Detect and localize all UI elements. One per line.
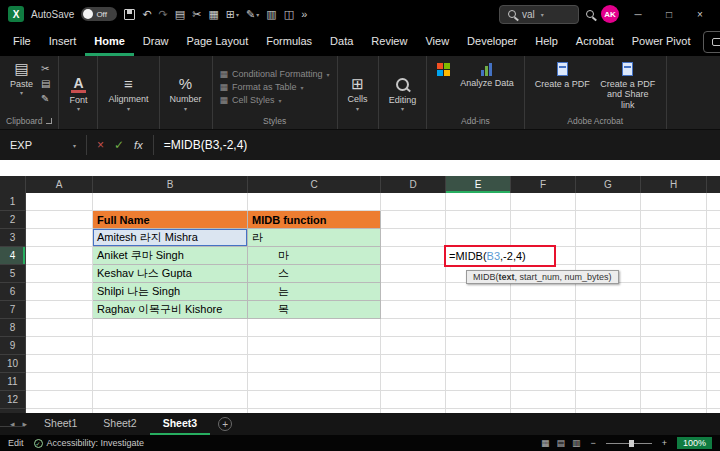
- dialog-launcher-icon[interactable]: [46, 118, 52, 124]
- column-header-f[interactable]: F: [511, 176, 576, 193]
- cells-group-button[interactable]: ⊞ Cells ▾: [343, 74, 373, 112]
- cell-C5[interactable]: 스: [248, 265, 381, 283]
- overflow-icon[interactable]: »: [301, 9, 307, 20]
- ribbon-tab-help[interactable]: Help: [526, 28, 567, 56]
- sheet-tab-sheet3[interactable]: Sheet3: [150, 413, 210, 435]
- cut-icon[interactable]: ✂: [192, 9, 201, 20]
- autosave-toggle[interactable]: Off: [81, 7, 117, 21]
- formula-input[interactable]: =MIDB(B3,-2,4): [154, 138, 248, 152]
- number-group-button[interactable]: % Number ▾: [165, 74, 207, 112]
- borders-button[interactable]: ⊞ ▾: [226, 9, 239, 20]
- cell-B3[interactable]: Amitesh 라지 Mishra: [93, 229, 248, 247]
- cell-C3[interactable]: 라: [248, 229, 381, 247]
- document-icon[interactable]: ▥: [266, 9, 276, 20]
- cell-B4[interactable]: Aniket 쿠마 Singh: [93, 247, 248, 265]
- row-header-11[interactable]: 11: [0, 373, 25, 391]
- create-pdf-button[interactable]: Create a PDF: [530, 59, 595, 115]
- ribbon-tab-formulas[interactable]: Formulas: [257, 28, 321, 56]
- zoom-in-button[interactable]: +: [662, 438, 667, 448]
- format-as-table-button[interactable]: ▦ Format as Table ▾: [218, 81, 332, 93]
- column-header-g[interactable]: G: [576, 176, 641, 193]
- ribbon-tab-file[interactable]: File: [4, 28, 40, 56]
- search-icon[interactable]: [586, 10, 594, 18]
- sheet-tab-sheet1[interactable]: Sheet1: [31, 413, 90, 435]
- ribbon-tab-draw[interactable]: Draw: [134, 28, 178, 56]
- column-header-a[interactable]: A: [26, 176, 93, 193]
- close-button[interactable]: ×: [688, 9, 712, 20]
- font-group-button[interactable]: A Font ▾: [64, 74, 92, 113]
- ribbon-tab-acrobat[interactable]: Acrobat: [567, 28, 623, 56]
- cell-C7[interactable]: 목: [248, 301, 381, 319]
- column-header-d[interactable]: D: [381, 176, 446, 193]
- column-header-e[interactable]: E: [446, 176, 511, 193]
- ribbon-tab-view[interactable]: View: [416, 28, 458, 56]
- zoom-slider-knob[interactable]: [629, 440, 634, 447]
- column-header-h[interactable]: H: [641, 176, 707, 193]
- row-header-8[interactable]: 8: [0, 319, 25, 337]
- cell-B2[interactable]: Full Name: [93, 211, 248, 229]
- minimize-button[interactable]: ─: [626, 9, 650, 20]
- ribbon-tab-review[interactable]: Review: [362, 28, 416, 56]
- add-sheet-button[interactable]: +: [218, 417, 232, 431]
- cell-C2[interactable]: MIDB function: [248, 211, 381, 229]
- cell-B5[interactable]: Keshav 나스 Gupta: [93, 265, 248, 283]
- grid-canvas[interactable]: 1 2 3 4 5 6 7 8 9 10 11 12 Full Name MID…: [0, 193, 720, 413]
- ribbon-tab-developer[interactable]: Developer: [458, 28, 526, 56]
- sheet-tab-sheet2[interactable]: Sheet2: [90, 413, 149, 435]
- enter-icon[interactable]: ✓: [114, 138, 124, 152]
- cell-styles-button[interactable]: ▦ Cell Styles ▾: [218, 94, 332, 106]
- copy-icon[interactable]: ▤: [41, 78, 50, 89]
- row-header-2[interactable]: 2: [0, 211, 25, 229]
- add-ins-button[interactable]: [432, 59, 455, 115]
- row-header-6[interactable]: 6: [0, 283, 25, 301]
- undo-icon[interactable]: ↶: [142, 9, 151, 20]
- row-header-10[interactable]: 10: [0, 355, 25, 373]
- name-box[interactable]: EXP ▾: [0, 139, 86, 151]
- cut-icon[interactable]: ✂: [41, 63, 50, 74]
- alignment-group-button[interactable]: ≡ Alignment ▾: [103, 74, 153, 112]
- copy-icon[interactable]: ▤: [175, 9, 185, 20]
- table-icon[interactable]: ▦: [208, 9, 218, 20]
- chart-icon[interactable]: ◫: [284, 9, 294, 20]
- analyze-data-button[interactable]: Analyze Data: [455, 59, 519, 115]
- select-all-corner[interactable]: [0, 176, 26, 193]
- format-painter-icon[interactable]: ✎: [41, 93, 50, 104]
- accessibility-status[interactable]: ✓ Accessibility: Investigate: [34, 438, 145, 448]
- ribbon-tab-home[interactable]: Home: [85, 28, 134, 56]
- row-header-5[interactable]: 5: [0, 265, 25, 283]
- normal-view-icon[interactable]: ▦: [541, 438, 550, 448]
- conditional-formatting-button[interactable]: ▦ Conditional Formatting ▾: [218, 68, 332, 80]
- column-header-c[interactable]: C: [248, 176, 381, 193]
- active-cell-E4[interactable]: =MIDB(B3,-2,4): [444, 245, 556, 267]
- create-pdf-share-button[interactable]: Create a PDF and Share link: [595, 59, 661, 115]
- redo-icon[interactable]: ↷: [159, 9, 168, 20]
- search-box[interactable]: val ▾: [499, 5, 579, 24]
- row-header-1[interactable]: 1: [0, 193, 25, 211]
- cell-B6[interactable]: Shilpi 나는 Singh: [93, 283, 248, 301]
- editing-group-button[interactable]: Editing ▾: [384, 74, 422, 113]
- ribbon-tab-data[interactable]: Data: [321, 28, 362, 56]
- page-layout-view-icon[interactable]: ▤: [556, 438, 565, 448]
- ribbon-tab-page-layout[interactable]: Page Layout: [177, 28, 257, 56]
- ribbon-tab-insert[interactable]: Insert: [40, 28, 86, 56]
- maximize-button[interactable]: □: [657, 9, 681, 20]
- page-break-view-icon[interactable]: ▥: [572, 438, 581, 448]
- row-header-7[interactable]: 7: [0, 301, 25, 319]
- insert-function-icon[interactable]: fx: [134, 139, 143, 151]
- comments-button[interactable]: Comments: [703, 31, 720, 53]
- row-header-12[interactable]: 12: [0, 391, 25, 409]
- cancel-icon[interactable]: ×: [97, 138, 104, 152]
- paste-button[interactable]: ▤ Paste ▾: [5, 59, 38, 115]
- cell-B7[interactable]: Raghav 이목구비 Kishore: [93, 301, 248, 319]
- row-header-9[interactable]: 9: [0, 337, 25, 355]
- format-painter-button[interactable]: ✎ ▾: [246, 9, 259, 20]
- cell-C6[interactable]: 는: [248, 283, 381, 301]
- row-header-4[interactable]: 4: [0, 247, 25, 265]
- column-header-b[interactable]: B: [93, 176, 248, 193]
- avatar[interactable]: AK: [601, 5, 619, 23]
- zoom-level[interactable]: 100%: [677, 437, 712, 449]
- ribbon-tab-power-pivot[interactable]: Power Pivot: [623, 28, 700, 56]
- save-icon[interactable]: [124, 9, 135, 20]
- row-header-3[interactable]: 3: [0, 229, 25, 247]
- zoom-slider[interactable]: [606, 443, 652, 444]
